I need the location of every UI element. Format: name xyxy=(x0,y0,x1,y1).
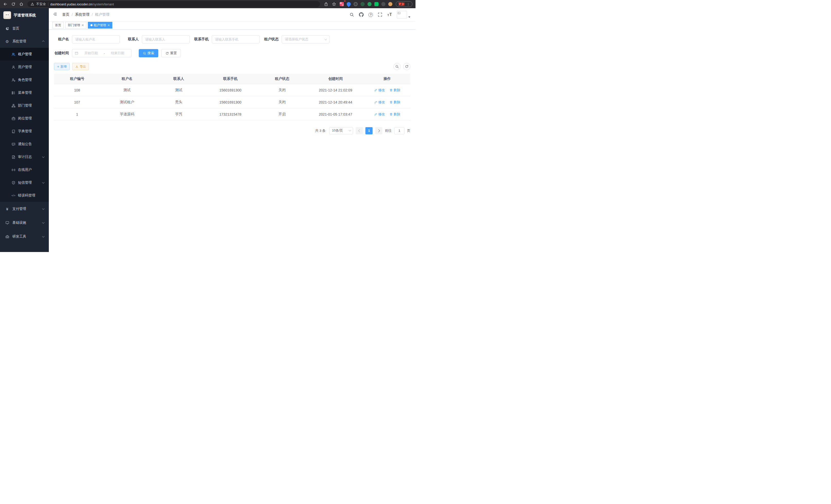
browser-chrome: 不安全 dashboard.yudao.iocoder.cn/system/te… xyxy=(0,0,416,8)
goto-page-input[interactable] xyxy=(394,127,404,135)
app-logo[interactable]: 芋道管理系统 xyxy=(0,8,49,22)
sidebar-item-payment[interactable]: ¥ 支付管理 xyxy=(0,202,49,216)
export-button[interactable]: 导出 xyxy=(72,63,89,70)
system-submenu: 租户管理 用户管理 角色管理 菜单管理 部门管理 xyxy=(0,48,49,202)
monitor-icon xyxy=(5,221,9,225)
sidebar-item-online-users[interactable]: 在线用户 xyxy=(0,164,49,176)
sidebar-item-dict[interactable]: 字典管理 xyxy=(0,125,49,138)
trash-icon xyxy=(390,101,393,104)
cell-tenant-name: 测试 xyxy=(100,84,154,96)
extension-icon[interactable] xyxy=(361,2,365,6)
toggle-search-button[interactable] xyxy=(393,63,401,70)
sidebar-item-home[interactable]: 首页 xyxy=(0,22,49,35)
cell-tenant-id: 1 xyxy=(54,108,100,120)
browser-menu-icon[interactable]: ⋮ xyxy=(406,3,410,6)
sidebar-item-role[interactable]: 角色管理 xyxy=(0,73,49,86)
breadcrumb-home[interactable]: 首页 xyxy=(62,12,69,17)
table-toolbar: + 新增 导出 xyxy=(54,63,410,70)
tab-tenant[interactable]: 租户管理 xyxy=(88,22,112,29)
sidebar-item-notice[interactable]: 通知公告 xyxy=(0,138,49,151)
header-search-icon[interactable] xyxy=(349,12,354,17)
next-page-button[interactable] xyxy=(375,127,382,135)
back-icon[interactable] xyxy=(3,2,8,6)
breadcrumb-system[interactable]: 系统管理 xyxy=(75,12,89,17)
sidebar-item-infrastructure[interactable]: 基础设施 xyxy=(0,216,49,230)
fullscreen-icon[interactable] xyxy=(378,12,382,17)
page-url: dashboard.yudao.iocoder.cn/system/tenant xyxy=(50,2,114,6)
refresh-icon[interactable] xyxy=(11,2,16,6)
extension-icon[interactable] xyxy=(340,2,344,6)
delete-link[interactable]: 删除 xyxy=(390,88,400,92)
edit-link[interactable]: 修改 xyxy=(374,88,385,92)
close-icon[interactable] xyxy=(107,24,110,26)
trash-icon xyxy=(390,89,393,92)
calendar-icon xyxy=(75,51,78,55)
contact-input[interactable] xyxy=(142,35,190,43)
search-button-label: 搜索 xyxy=(147,51,154,56)
tab-home[interactable]: 首页 xyxy=(52,22,64,29)
delete-link[interactable]: 删除 xyxy=(390,100,400,105)
sidebar-item-tenant[interactable]: 租户管理 xyxy=(0,48,49,61)
font-size-icon[interactable]: TT xyxy=(387,12,392,17)
sidebar-item-dept[interactable]: 部门管理 xyxy=(0,99,49,112)
phone-input[interactable] xyxy=(212,35,260,43)
page-number-button[interactable]: 1 xyxy=(365,127,373,135)
address-bar[interactable]: 不安全 dashboard.yudao.iocoder.cn/system/te… xyxy=(28,1,320,7)
edit-label: 修改 xyxy=(378,100,385,105)
add-button[interactable]: + 新增 xyxy=(54,63,69,70)
github-icon[interactable] xyxy=(359,12,364,17)
extension-icon[interactable] xyxy=(346,1,352,7)
sidebar-item-label: 短信管理 xyxy=(18,180,32,185)
sidebar-item-dev-tools[interactable]: 研发工具 xyxy=(0,230,49,243)
sidebar-item-label: 系统管理 xyxy=(12,39,26,44)
sidebar-item-system[interactable]: ⚙ 系统管理 xyxy=(0,35,49,48)
edit-link[interactable]: 修改 xyxy=(374,112,385,117)
extensions-puzzle-icon[interactable] xyxy=(381,2,385,6)
tenant-name-input[interactable] xyxy=(72,35,120,43)
help-icon[interactable]: ? xyxy=(369,12,373,17)
extension-icon[interactable] xyxy=(353,2,358,6)
sidebar-item-sms[interactable]: 短信管理 xyxy=(0,176,49,189)
cell-actions: 修改 删除 xyxy=(364,84,410,96)
extension-icon[interactable] xyxy=(368,2,372,6)
share-icon[interactable] xyxy=(324,2,328,6)
reset-button-label: 重置 xyxy=(170,51,177,56)
user-avatar[interactable] xyxy=(397,11,410,19)
prev-page-button[interactable] xyxy=(355,127,363,135)
tab-dept[interactable]: 部门管理 xyxy=(65,22,86,29)
url-path: /system/tenant xyxy=(92,2,114,6)
page-size-select[interactable]: 10条/页 xyxy=(329,127,353,135)
update-button[interactable]: 更新 ⋮ xyxy=(396,1,412,7)
tenant-status-select[interactable]: 请选择租户状态 xyxy=(282,35,329,43)
filter-row-2: 创建时间 开始日期 - 结束日期 搜索 重置 xyxy=(54,49,410,57)
end-date-input[interactable]: 结束日期 xyxy=(106,51,129,56)
sidebar-item-error-code[interactable]: </> 错误码管理 xyxy=(0,189,49,202)
security-warning-icon[interactable] xyxy=(31,2,34,6)
sidebar-item-label: 研发工具 xyxy=(12,234,26,239)
browser-extensions xyxy=(340,2,392,6)
signal-icon xyxy=(11,168,16,172)
role-icon xyxy=(11,78,16,82)
browser-profile-avatar[interactable] xyxy=(388,2,392,6)
sidebar-item-post[interactable]: 岗位管理 xyxy=(0,112,49,125)
sidebar-item-menu[interactable]: 菜单管理 xyxy=(0,86,49,99)
extension-icon[interactable] xyxy=(374,2,378,6)
bookmark-star-icon[interactable] xyxy=(332,2,336,6)
tree-table-icon xyxy=(11,91,16,95)
create-time-range-picker[interactable]: 开始日期 - 结束日期 xyxy=(72,49,132,57)
sidebar-item-audit-log[interactable]: 审计日志 xyxy=(0,151,49,164)
close-icon[interactable] xyxy=(82,24,84,26)
edit-link[interactable]: 修改 xyxy=(374,100,385,105)
refresh-table-button[interactable] xyxy=(403,63,410,70)
sidebar-item-label: 通知公告 xyxy=(18,142,32,146)
reset-button[interactable]: 重置 xyxy=(161,49,181,57)
home-icon[interactable] xyxy=(19,2,24,6)
page-content: 租户名 联系人 联系手机 租户状态 请选择租户状态 xyxy=(49,30,416,252)
hamburger-icon[interactable] xyxy=(53,12,58,17)
delete-link[interactable]: 删除 xyxy=(390,112,400,117)
sidebar-item-label: 审计日志 xyxy=(18,155,32,159)
search-button[interactable]: 搜索 xyxy=(139,49,158,57)
start-date-input[interactable]: 开始日期 xyxy=(80,51,102,56)
security-label[interactable]: 不安全 xyxy=(36,2,46,6)
sidebar-item-user[interactable]: 用户管理 xyxy=(0,61,49,73)
